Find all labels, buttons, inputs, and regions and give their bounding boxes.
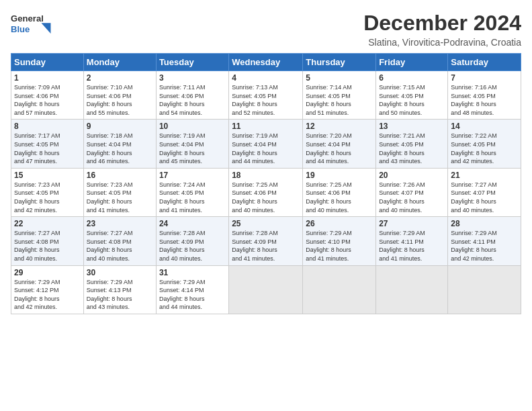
calendar-cell: 16Sunrise: 7:23 AM Sunset: 4:05 PM Dayli… <box>83 168 156 216</box>
calendar-cell <box>376 265 448 314</box>
calendar-cell: 10Sunrise: 7:19 AM Sunset: 4:04 PM Dayli… <box>156 120 228 168</box>
day-info: Sunrise: 7:24 AM Sunset: 4:05 PM Dayligh… <box>159 181 226 214</box>
day-number: 4 <box>232 73 300 83</box>
day-number: 18 <box>232 171 300 180</box>
day-number: 8 <box>14 122 81 131</box>
day-number: 9 <box>87 122 153 131</box>
calendar-cell: 26Sunrise: 7:29 AM Sunset: 4:10 PM Dayli… <box>303 217 376 265</box>
day-info: Sunrise: 7:19 AM Sunset: 4:04 PM Dayligh… <box>159 132 226 165</box>
calendar-cell: 30Sunrise: 7:29 AM Sunset: 4:13 PM Dayli… <box>83 265 156 314</box>
calendar-cell: 25Sunrise: 7:28 AM Sunset: 4:09 PM Dayli… <box>229 217 303 265</box>
calendar-cell <box>303 265 376 314</box>
day-info: Sunrise: 7:13 AM Sunset: 4:05 PM Dayligh… <box>232 83 300 117</box>
calendar-cell <box>229 265 303 314</box>
day-info: Sunrise: 7:27 AM Sunset: 4:07 PM Dayligh… <box>451 181 518 214</box>
day-number: 23 <box>87 219 153 228</box>
calendar-cell: 20Sunrise: 7:26 AM Sunset: 4:07 PM Dayli… <box>376 168 448 216</box>
day-info: Sunrise: 7:28 AM Sunset: 4:09 PM Dayligh… <box>159 229 226 263</box>
day-number: 10 <box>159 122 226 131</box>
day-number: 20 <box>379 171 445 180</box>
subtitle: Slatina, Virovitica-Podravina, Croatia <box>363 37 521 48</box>
day-info: Sunrise: 7:29 AM Sunset: 4:14 PM Dayligh… <box>159 278 226 312</box>
day-number: 26 <box>306 219 373 228</box>
logo-svg: General Blue <box>11 11 58 41</box>
calendar-cell: 19Sunrise: 7:25 AM Sunset: 4:06 PM Dayli… <box>303 168 376 216</box>
calendar-cell: 2Sunrise: 7:10 AM Sunset: 4:06 PM Daylig… <box>83 71 156 120</box>
calendar-cell <box>448 265 521 314</box>
day-info: Sunrise: 7:25 AM Sunset: 4:06 PM Dayligh… <box>232 181 300 214</box>
calendar-cell: 27Sunrise: 7:29 AM Sunset: 4:11 PM Dayli… <box>376 217 448 265</box>
calendar-cell: 31Sunrise: 7:29 AM Sunset: 4:14 PM Dayli… <box>156 265 228 314</box>
day-info: Sunrise: 7:15 AM Sunset: 4:05 PM Dayligh… <box>379 83 445 117</box>
svg-marker-2 <box>42 23 51 34</box>
day-info: Sunrise: 7:29 AM Sunset: 4:13 PM Dayligh… <box>87 278 153 312</box>
day-number: 15 <box>14 171 81 180</box>
svg-text:General: General <box>11 13 44 24</box>
calendar-cell: 6Sunrise: 7:15 AM Sunset: 4:05 PM Daylig… <box>376 71 448 120</box>
day-number: 13 <box>379 122 445 131</box>
calendar-cell: 29Sunrise: 7:29 AM Sunset: 4:12 PM Dayli… <box>11 265 84 314</box>
calendar-cell: 14Sunrise: 7:22 AM Sunset: 4:05 PM Dayli… <box>448 120 521 168</box>
calendar-cell: 15Sunrise: 7:23 AM Sunset: 4:05 PM Dayli… <box>11 168 84 216</box>
day-info: Sunrise: 7:27 AM Sunset: 4:08 PM Dayligh… <box>87 229 153 263</box>
day-number: 28 <box>451 219 518 228</box>
calendar-week-row: 22Sunrise: 7:27 AM Sunset: 4:08 PM Dayli… <box>11 217 521 265</box>
calendar-table: Sunday Monday Tuesday Wednesday Thursday… <box>11 53 521 314</box>
day-info: Sunrise: 7:29 AM Sunset: 4:12 PM Dayligh… <box>14 278 81 312</box>
col-saturday: Saturday <box>448 54 521 71</box>
day-info: Sunrise: 7:22 AM Sunset: 4:05 PM Dayligh… <box>451 132 518 165</box>
day-number: 3 <box>159 73 226 83</box>
day-number: 21 <box>451 171 518 180</box>
calendar-cell: 12Sunrise: 7:20 AM Sunset: 4:04 PM Dayli… <box>303 120 376 168</box>
day-number: 30 <box>87 268 153 277</box>
day-info: Sunrise: 7:23 AM Sunset: 4:05 PM Dayligh… <box>87 181 153 214</box>
day-info: Sunrise: 7:29 AM Sunset: 4:10 PM Dayligh… <box>306 229 373 263</box>
header: General Blue December 2024 Slatina, Viro… <box>11 11 521 48</box>
calendar-cell: 5Sunrise: 7:14 AM Sunset: 4:05 PM Daylig… <box>303 71 376 120</box>
day-info: Sunrise: 7:27 AM Sunset: 4:08 PM Dayligh… <box>14 229 81 263</box>
day-number: 7 <box>451 73 518 83</box>
col-tuesday: Tuesday <box>156 54 228 71</box>
calendar-cell: 17Sunrise: 7:24 AM Sunset: 4:05 PM Dayli… <box>156 168 228 216</box>
day-number: 25 <box>232 219 300 228</box>
day-number: 29 <box>14 268 81 277</box>
day-number: 14 <box>451 122 518 131</box>
calendar-cell: 8Sunrise: 7:17 AM Sunset: 4:05 PM Daylig… <box>11 120 84 168</box>
day-info: Sunrise: 7:17 AM Sunset: 4:05 PM Dayligh… <box>14 132 81 165</box>
day-info: Sunrise: 7:09 AM Sunset: 4:06 PM Dayligh… <box>14 83 81 117</box>
calendar-cell: 22Sunrise: 7:27 AM Sunset: 4:08 PM Dayli… <box>11 217 84 265</box>
calendar-cell: 18Sunrise: 7:25 AM Sunset: 4:06 PM Dayli… <box>229 168 303 216</box>
calendar-cell: 11Sunrise: 7:19 AM Sunset: 4:04 PM Dayli… <box>229 120 303 168</box>
day-info: Sunrise: 7:16 AM Sunset: 4:05 PM Dayligh… <box>451 83 518 117</box>
calendar-cell: 7Sunrise: 7:16 AM Sunset: 4:05 PM Daylig… <box>448 71 521 120</box>
col-sunday: Sunday <box>11 54 84 71</box>
day-number: 19 <box>306 171 373 180</box>
day-number: 6 <box>379 73 445 83</box>
day-info: Sunrise: 7:20 AM Sunset: 4:04 PM Dayligh… <box>306 132 373 165</box>
day-number: 17 <box>159 171 226 180</box>
day-info: Sunrise: 7:28 AM Sunset: 4:09 PM Dayligh… <box>232 229 300 263</box>
main-title: December 2024 <box>363 11 521 36</box>
calendar-cell: 4Sunrise: 7:13 AM Sunset: 4:05 PM Daylig… <box>229 71 303 120</box>
title-area: December 2024 Slatina, Virovitica-Podrav… <box>363 11 521 48</box>
day-info: Sunrise: 7:23 AM Sunset: 4:05 PM Dayligh… <box>14 181 81 214</box>
page: General Blue December 2024 Slatina, Viro… <box>0 0 532 411</box>
day-number: 24 <box>159 219 226 228</box>
day-info: Sunrise: 7:19 AM Sunset: 4:04 PM Dayligh… <box>232 132 300 165</box>
day-info: Sunrise: 7:26 AM Sunset: 4:07 PM Dayligh… <box>379 181 445 214</box>
logo: General Blue <box>11 11 64 44</box>
calendar-week-row: 15Sunrise: 7:23 AM Sunset: 4:05 PM Dayli… <box>11 168 521 216</box>
calendar-cell: 24Sunrise: 7:28 AM Sunset: 4:09 PM Dayli… <box>156 217 228 265</box>
day-number: 1 <box>14 73 81 83</box>
day-number: 5 <box>306 73 373 83</box>
day-number: 12 <box>306 122 373 131</box>
col-thursday: Thursday <box>303 54 376 71</box>
col-friday: Friday <box>376 54 448 71</box>
day-info: Sunrise: 7:14 AM Sunset: 4:05 PM Dayligh… <box>306 83 373 117</box>
day-number: 31 <box>159 268 226 277</box>
day-number: 22 <box>14 219 81 228</box>
calendar-week-row: 8Sunrise: 7:17 AM Sunset: 4:05 PM Daylig… <box>11 120 521 168</box>
col-monday: Monday <box>83 54 156 71</box>
day-number: 11 <box>232 122 300 131</box>
day-info: Sunrise: 7:11 AM Sunset: 4:06 PM Dayligh… <box>159 83 226 117</box>
